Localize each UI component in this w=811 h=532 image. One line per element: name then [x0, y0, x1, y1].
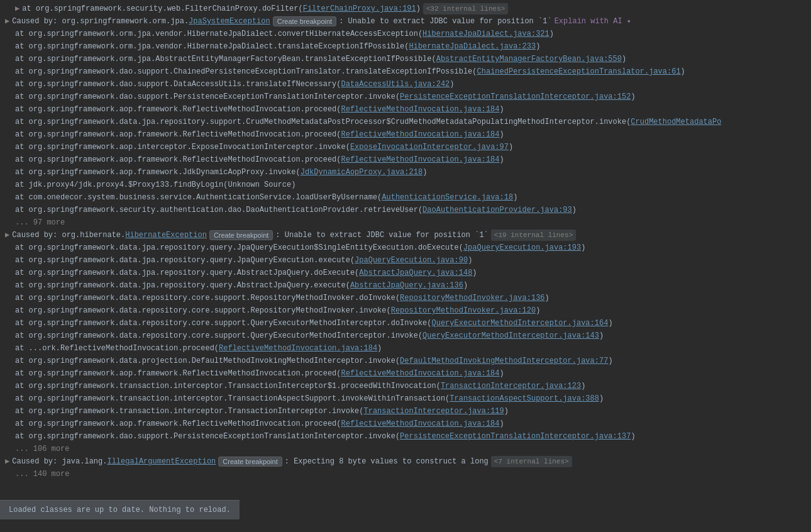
stack-link-l20[interactable]: JpaQueryExecution.java:193: [463, 242, 581, 253]
stack-link-l35[interactable]: PersistenceExceptionTranslationIntercept…: [400, 431, 631, 442]
stack-link-l11[interactable]: ReflectiveMethodInvocation.java:184: [341, 129, 499, 140]
at-prefix-l9: at org.springframework.aop.framework.Ref…: [15, 104, 341, 115]
stack-line-l24: at org.springframework.data.repository.c…: [0, 292, 811, 304]
at-suffix-l8: ): [631, 91, 635, 103]
dots-more-l36: ... 106 more: [15, 443, 69, 455]
stack-line-l10: at org.springframework.data.jpa.reposito…: [0, 116, 811, 128]
stack-line-l31: at org.springframework.transaction.inter…: [0, 380, 811, 392]
at-prefix-l21: at org.springframework.data.jpa.reposito…: [15, 255, 355, 266]
at-suffix-l23: ): [463, 280, 468, 291]
at-suffix-l30: ): [500, 368, 504, 379]
toast-notification: Loaded classes are up to date. Nothing t…: [0, 500, 240, 519]
stack-line-l26: at org.springframework.data.repository.c…: [0, 317, 811, 330]
stack-line-l1: ▶ at org.springframework.security.web.Fi…: [0, 3, 811, 15]
stack-line-l32: at org.springframework.transaction.inter…: [0, 392, 811, 405]
create-breakpoint-btn-l19[interactable]: Create breakpoint: [209, 230, 273, 240]
dots-more-l18: ... 97 more: [15, 217, 65, 228]
stack-link-l31[interactable]: TransactionInterceptor.java:123: [441, 380, 581, 392]
stack-line-l9: at org.springframework.aop.framework.Ref…: [0, 103, 811, 116]
at-suffix-l7: ): [450, 79, 454, 90]
stack-link-l10[interactable]: CrudMethodMetadataPo: [631, 116, 721, 128]
collapse-arrow-l1[interactable]: ▶: [15, 3, 19, 14]
exception-class-l37[interactable]: IllegalArgumentException: [107, 456, 216, 467]
at-prefix-l29: at org.springframework.data.projection.D…: [15, 355, 400, 367]
stack-line-l29: at org.springframework.data.projection.D…: [0, 355, 811, 367]
stack-link-l32[interactable]: TransactionAspectSupport.java:388: [450, 393, 599, 404]
at-suffix-l17: ): [572, 204, 577, 216]
stack-link-l29[interactable]: DefaultMethodInvokingMethodInterceptor.j…: [400, 355, 608, 367]
stack-line-l28: at ...ork.ReflectiveMethodInvocation.pro…: [0, 342, 811, 355]
stack-link-l3[interactable]: HibernateJpaDialect.java:321: [422, 28, 549, 40]
at-prefix-l13: at org.springframework.aop.framework.Ref…: [15, 154, 341, 165]
at-prefix-l11: at org.springframework.aop.framework.Ref…: [15, 129, 341, 140]
at-prefix-l4: at org.springframework.orm.jpa.vendor.Hi…: [15, 41, 409, 52]
stack-link-l16[interactable]: AuthenticationService.java:18: [382, 192, 513, 203]
stack-link-l33[interactable]: TransactionInterceptor.java:119: [364, 406, 504, 417]
stack-link-l5[interactable]: AbstractEntityManagerFactoryBean.java:55…: [436, 53, 622, 65]
stack-link-l24[interactable]: RepositoryMethodInvoker.java:136: [400, 292, 544, 304]
stack-link-l23[interactable]: AbstractJpaQuery.java:136: [350, 280, 463, 291]
stack-link-l27[interactable]: QueryExecutorMethodInterceptor.java:143: [422, 330, 599, 341]
stack-line-l4: at org.springframework.orm.jpa.vendor.Hi…: [0, 40, 811, 53]
internal-lines-l37[interactable]: <7 internal lines>: [491, 456, 572, 468]
stack-link-l22[interactable]: AbstractJpaQuery.java:148: [359, 267, 472, 279]
stack-link-l14[interactable]: JdkDynamicAopProxy.java:218: [301, 167, 422, 178]
at-prefix-l20: at org.springframework.data.jpa.reposito…: [15, 242, 463, 253]
exception-class-l2[interactable]: JpaSystemException: [189, 16, 270, 27]
create-breakpoint-btn-l2[interactable]: Create breakpoint: [273, 16, 336, 26]
stack-link-l30[interactable]: ReflectiveMethodInvocation.java:184: [341, 368, 499, 379]
at-suffix-l11: ): [500, 129, 504, 140]
collapse-arrow-l19[interactable]: ▶: [5, 230, 9, 241]
at-suffix-l9: ): [500, 104, 504, 115]
dots-more-l38: ... 140 more: [15, 468, 69, 480]
stack-link-l21[interactable]: JpaQueryExecution.java:90: [355, 255, 468, 266]
stack-link-l25[interactable]: RepositoryMethodInvoker.java:120: [391, 305, 536, 316]
stack-link-l28[interactable]: ReflectiveMethodInvocation.java:184: [219, 343, 377, 354]
stack-line-l5: at org.springframework.orm.jpa.AbstractE…: [0, 53, 811, 65]
stack-line-l34: at org.springframework.aop.framework.Ref…: [0, 418, 811, 430]
internal-lines-l1[interactable]: <32 internal lines>: [423, 3, 508, 15]
stack-line-l17: at org.springframework.security.authenti…: [0, 204, 811, 216]
collapse-arrow-l2[interactable]: ▶: [5, 16, 9, 27]
internal-lines-l19[interactable]: <19 internal lines>: [491, 230, 576, 241]
at-suffix-l34: ): [500, 418, 504, 429]
stack-line-l8: at org.springframework.dao.support.Persi…: [0, 91, 811, 103]
at-prefix-l34: at org.springframework.aop.framework.Ref…: [15, 418, 341, 429]
stack-trace-container[interactable]: ▶ at org.springframework.security.web.Fi…: [0, 0, 811, 532]
stack-link-l9[interactable]: ReflectiveMethodInvocation.java:184: [341, 104, 499, 115]
stack-link-l4[interactable]: HibernateJpaDialect.java:233: [409, 41, 536, 52]
at-prefix-l27: at org.springframework.data.repository.c…: [15, 330, 422, 341]
stack-link-l26[interactable]: QueryExecutorMethodInterceptor.java:164: [432, 318, 609, 329]
at-prefix-l31: at org.springframework.transaction.inter…: [15, 380, 441, 392]
collapse-arrow-l37[interactable]: ▶: [5, 456, 9, 467]
exception-class-l19[interactable]: HibernateException: [125, 230, 207, 241]
stack-link-l6[interactable]: ChainedPersistenceExceptionTranslator.ja…: [477, 66, 681, 77]
create-breakpoint-btn-l37[interactable]: Create breakpoint: [218, 457, 282, 467]
at-prefix-l26: at org.springframework.data.repository.c…: [15, 318, 432, 329]
at-suffix-l16: ): [513, 192, 517, 203]
stack-line-l13: at org.springframework.aop.framework.Ref…: [0, 153, 811, 166]
stack-link-l12[interactable]: ExposeInvocationInterceptor.java:97: [350, 141, 509, 153]
at-prefix-l8: at org.springframework.dao.support.Persi…: [15, 91, 400, 103]
stack-link-l1[interactable]: FilterChainProxy.java:191: [303, 3, 416, 14]
stack-line-l36: ... 106 more: [0, 443, 811, 455]
stack-line-l11: at org.springframework.aop.framework.Ref…: [0, 128, 811, 141]
stack-link-l17[interactable]: DaoAuthenticationProvider.java:93: [422, 204, 572, 216]
stack-link-l8[interactable]: PersistenceExceptionTranslationIntercept…: [400, 91, 631, 103]
stack-link-l34[interactable]: ReflectiveMethodInvocation.java:184: [341, 418, 499, 429]
stack-line-l14: at org.springframework.aop.framework.Jdk…: [0, 166, 811, 179]
stack-line-l25: at org.springframework.data.repository.c…: [0, 304, 811, 317]
at-suffix-l22: ): [472, 267, 477, 279]
at-suffix-l24: ): [545, 292, 549, 304]
causedby-prefix-l19: Caused by: org.hibernate.: [12, 230, 125, 241]
at-prefix-l22: at org.springframework.data.jpa.reposito…: [15, 267, 359, 279]
at-suffix-l21: ): [468, 255, 472, 266]
at-suffix-l14: ): [422, 167, 427, 178]
at-suffix-l28: ): [377, 343, 382, 354]
stack-line-l7: at org.springframework.dao.support.DataA…: [0, 78, 811, 91]
causedby-prefix-l2: Caused by: org.springframework.orm.jpa.: [12, 16, 189, 27]
stack-link-l7[interactable]: DataAccessUtils.java:242: [341, 79, 450, 90]
stack-link-l13[interactable]: ReflectiveMethodInvocation.java:184: [341, 154, 499, 165]
explain-ai-l2[interactable]: Explain with AI ✦: [554, 16, 631, 27]
stack-line-l35: at org.springframework.dao.support.Persi…: [0, 430, 811, 443]
